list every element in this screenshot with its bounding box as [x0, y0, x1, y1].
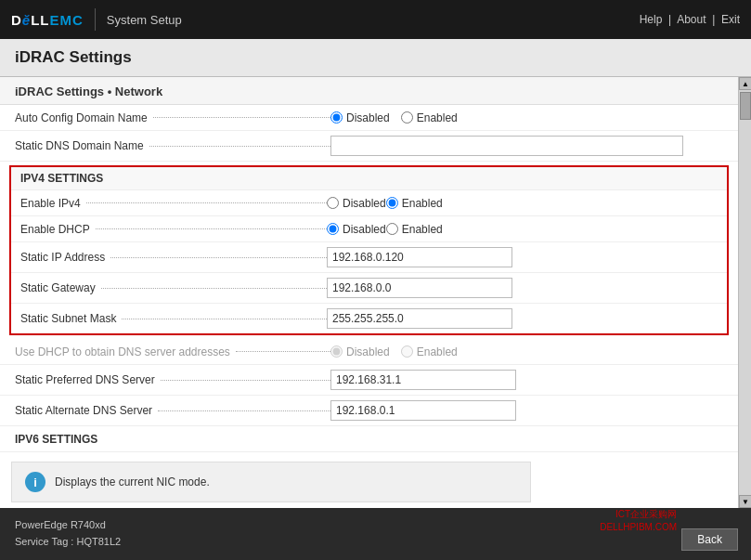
scrollbar-thumb[interactable] — [740, 92, 751, 120]
auto-config-value: Disabled Enabled — [330, 111, 458, 124]
static-subnet-row: Static Subnet Mask — [11, 303, 727, 333]
scrollbar-up-button[interactable]: ▲ — [739, 77, 751, 90]
enable-dhcp-enabled-radio[interactable] — [386, 223, 398, 235]
static-dns-value — [330, 136, 683, 156]
static-dns-row: Static DNS Domain Name — [0, 131, 738, 162]
enable-ipv4-label: Enable IPv4 — [20, 197, 327, 210]
enable-dhcp-disabled-option[interactable]: Disabled — [327, 223, 386, 236]
dots — [236, 351, 330, 352]
preferred-dns-label: Static Preferred DNS Server — [15, 373, 330, 386]
static-ip-row: Static IP Address — [11, 241, 727, 272]
use-dhcp-dns-disabled-radio[interactable] — [330, 345, 343, 358]
auto-config-enabled-radio[interactable] — [401, 111, 413, 124]
enable-ipv4-disabled-radio[interactable] — [327, 197, 339, 209]
enable-dhcp-value: Disabled Enabled — [327, 223, 718, 236]
ipv4-settings-group: IPV4 SETTINGS Enable IPv4 Disabled — [9, 165, 729, 335]
footer-device-info: PowerEdge R740xd Service Tag : HQT81L2 — [15, 517, 121, 550]
enable-dhcp-label: Enable DHCP — [20, 223, 327, 236]
enable-ipv4-disabled-option[interactable]: Disabled — [327, 197, 386, 210]
static-subnet-label: Static Subnet Mask — [20, 312, 327, 325]
enable-ipv4-row: Enable IPv4 Disabled Enabled — [11, 189, 727, 215]
enable-dhcp-row: Enable DHCP Disabled Enabled — [11, 215, 727, 241]
dots — [110, 257, 327, 258]
about-link[interactable]: About — [677, 13, 706, 26]
alternate-dns-row: Static Alternate DNS Server — [0, 396, 738, 426]
enable-ipv4-value: Disabled Enabled — [327, 197, 718, 210]
auto-config-enabled-option[interactable]: Enabled — [401, 111, 458, 124]
dots — [161, 380, 330, 381]
static-ip-label: Static IP Address — [20, 251, 327, 264]
static-dns-label: Static DNS Domain Name — [15, 139, 330, 152]
ipv4-header: IPV4 SETTINGS — [11, 167, 727, 189]
help-link[interactable]: Help — [640, 13, 663, 26]
scrollbar-track-body — [739, 90, 751, 495]
scrollbar-down-button[interactable]: ▼ — [739, 495, 751, 508]
static-gateway-row: Static Gateway — [11, 272, 727, 303]
dots — [86, 202, 327, 203]
static-gateway-value — [327, 278, 718, 298]
static-ip-value — [327, 247, 718, 267]
dots — [158, 410, 330, 411]
auto-config-label: Auto Config Domain Name — [15, 111, 330, 124]
info-bar: i Displays the current NIC mode. — [11, 462, 531, 502]
footer-watermark: ICT企业采购网 DELLHPIBM.COM — [600, 508, 677, 534]
dots — [101, 288, 327, 289]
dots — [153, 117, 330, 118]
use-dhcp-dns-row: Use DHCP to obtain DNS server addresses … — [0, 339, 738, 365]
static-gateway-input[interactable] — [327, 278, 512, 298]
auto-config-row: Auto Config Domain Name Disabled Enabled — [0, 105, 738, 131]
ipv6-section: IPV6 SETTINGS — [0, 426, 738, 452]
use-dhcp-dns-enabled-option[interactable]: Enabled — [401, 345, 458, 358]
scrollbar[interactable]: ▲ ▼ — [738, 77, 751, 508]
auto-config-disabled-option[interactable]: Disabled — [330, 111, 390, 124]
page-title-bar: iDRAC Settings — [0, 39, 751, 77]
info-text: Displays the current NIC mode. — [55, 475, 210, 488]
static-subnet-input[interactable] — [327, 308, 512, 329]
info-icon: i — [25, 472, 45, 492]
brand-logo: DĕLLEMC — [11, 12, 84, 28]
use-dhcp-dns-enabled-radio[interactable] — [401, 345, 413, 358]
static-dns-input[interactable] — [330, 136, 683, 156]
static-ip-input[interactable] — [327, 247, 512, 267]
exit-link[interactable]: Exit — [721, 13, 740, 26]
footer: PowerEdge R740xd Service Tag : HQT81L2 I… — [0, 508, 751, 560]
info-area: i Displays the current NIC mode. — [11, 462, 727, 502]
header: DĕLLEMC System Setup Help | About | Exit — [0, 0, 751, 39]
app-window: DĕLLEMC System Setup Help | About | Exit… — [0, 0, 751, 560]
enable-dhcp-enabled-option[interactable]: Enabled — [386, 223, 443, 236]
back-button[interactable]: Back — [681, 528, 738, 551]
enable-ipv4-enabled-radio[interactable] — [386, 197, 398, 209]
header-system-setup: System Setup — [107, 13, 182, 27]
dots — [149, 146, 330, 147]
alternate-dns-label: Static Alternate DNS Server — [15, 404, 330, 417]
preferred-dns-input[interactable] — [330, 370, 516, 390]
section-subtitle: iDRAC Settings • Network — [0, 77, 738, 105]
preferred-dns-row: Static Preferred DNS Server — [0, 365, 738, 396]
dots — [96, 228, 327, 229]
auto-config-disabled-radio[interactable] — [330, 111, 343, 124]
page-title: iDRAC Settings — [15, 48, 736, 67]
use-dhcp-dns-value: Disabled Enabled — [330, 345, 458, 358]
header-divider — [95, 8, 96, 31]
preferred-dns-value — [330, 370, 516, 390]
alternate-dns-input[interactable] — [330, 400, 516, 421]
use-dhcp-dns-label: Use DHCP to obtain DNS server addresses — [15, 345, 330, 358]
static-gateway-label: Static Gateway — [20, 281, 327, 294]
static-subnet-value — [327, 308, 718, 329]
enable-dhcp-disabled-radio[interactable] — [327, 223, 339, 235]
use-dhcp-dns-disabled-option[interactable]: Disabled — [330, 345, 390, 358]
dots — [122, 319, 327, 319]
alternate-dns-value — [330, 400, 516, 421]
settings-panel: iDRAC Settings • Network Auto Config Dom… — [0, 77, 738, 508]
content-area: iDRAC Settings • Network Auto Config Dom… — [0, 77, 751, 508]
enable-ipv4-enabled-option[interactable]: Enabled — [386, 197, 443, 210]
header-links: Help | About | Exit — [640, 13, 740, 26]
